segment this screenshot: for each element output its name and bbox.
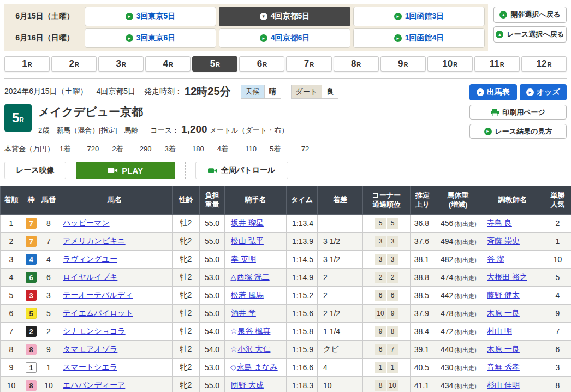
race-tab-8r[interactable]: 8R <box>334 56 379 72</box>
jockey-cell: 松山 弘平 <box>225 233 287 251</box>
trainer-link[interactable]: 木原 一良 <box>487 345 520 353</box>
corner-positions: 66 <box>363 287 411 305</box>
jockey-link[interactable]: 団野 大成 <box>231 381 264 389</box>
jockey-cell: ☆泉谷 楓真 <box>225 323 287 341</box>
last-3f-time: 38.4 <box>411 323 435 341</box>
prize-rank: 5着 <box>270 144 281 154</box>
horse-name-link[interactable]: スマートシエラ <box>63 363 117 371</box>
jockey-link[interactable]: 酒井 学 <box>231 308 256 317</box>
horse-weight: 430 <box>441 363 453 372</box>
race-tab-2r[interactable]: 2R <box>51 56 97 72</box>
meeting-button[interactable]: ▸3回東京6日 <box>85 28 216 48</box>
race-tab-11r[interactable]: 11R <box>474 56 520 72</box>
arrow-up-icon: ▴ <box>499 11 507 19</box>
horse-name-link[interactable]: テイエムパイロット <box>63 308 133 317</box>
race-tab-10r[interactable]: 10R <box>427 56 473 72</box>
meeting-button[interactable]: ▸1回函館3日 <box>353 7 485 26</box>
jockey-link[interactable]: 西塚 洸二 <box>237 272 270 281</box>
horse-name-link[interactable]: エハバンディーア <box>63 381 125 389</box>
trainer-cell: 村山 明 <box>481 323 544 341</box>
back-to-meeting-select-button[interactable]: ▴開催選択へ戻る <box>493 7 567 23</box>
trainer-cell: 藤野 健太 <box>481 287 544 305</box>
horse-name-link[interactable]: テーオーテバルディ <box>63 290 133 299</box>
bracket-cell: 2 <box>22 323 40 341</box>
horse-name-link[interactable]: ラヴィングユー <box>63 254 117 263</box>
corner-position-box: 3 <box>387 254 398 265</box>
race-date: 2024年6月15日（土曜） <box>4 87 88 97</box>
trainer-link[interactable]: 音無 秀孝 <box>487 363 520 371</box>
trainer-link[interactable]: 谷 潔 <box>487 254 504 263</box>
column-header: 馬名 <box>57 186 173 215</box>
race-tab-3r[interactable]: 3R <box>98 56 144 72</box>
column-header: 推定 上り <box>411 186 435 215</box>
odds-button[interactable]: ▸ オッズ <box>520 84 567 100</box>
meeting-button[interactable]: ▸3回東京5日 <box>85 7 216 26</box>
horse-name-link[interactable]: アメリカンビキニ <box>63 236 126 245</box>
column-header: 馬体重 (増減) <box>435 186 481 215</box>
patrol-video-label: 全周パトロール <box>221 165 275 175</box>
finish-time: 1:14.9 <box>287 269 318 287</box>
race-tab-r: R <box>356 61 361 68</box>
trainer-link[interactable]: 大根田 裕之 <box>487 272 527 281</box>
results-guide-button[interactable]: ▸ レース結果の見方 <box>469 124 567 139</box>
finish-position: 9 <box>1 359 22 377</box>
horse-name-link[interactable]: シナモンショコラ <box>63 326 126 335</box>
carried-weight: 55.0 <box>200 215 225 233</box>
print-page-button[interactable]: 印刷用ページ <box>469 105 567 120</box>
column-header: 着順 <box>1 186 22 215</box>
race-tab-12r[interactable]: 12R <box>521 56 567 72</box>
jockey-link[interactable]: 小沢 大仁 <box>238 345 271 353</box>
jockey-link[interactable]: 松若 風馬 <box>231 290 264 299</box>
finish-position: 2 <box>1 233 22 251</box>
result-row: 911スマートシエラ牝253.0◇永島 まなみ1:16.641140.5430(… <box>1 359 571 377</box>
column-header: 負担 重量 <box>200 186 225 215</box>
race-tab-1r[interactable]: 1R <box>4 56 50 72</box>
results-table-head: 着順枠馬番馬名性齢負担 重量騎手名タイム着差コーナー 通過順位推定 上り馬体重 … <box>1 186 571 215</box>
corner-positions: 11 <box>363 359 411 377</box>
horse-name-link[interactable]: タマモアオゾラ <box>63 345 117 353</box>
horse-weight: 440 <box>441 345 453 354</box>
trainer-link[interactable]: 寺島 良 <box>487 218 512 227</box>
back-to-race-select-button[interactable]: ▴レース選択へ戻る <box>493 26 567 43</box>
race-title-block: メイクデビュー京都 2歳 新馬（混合）[指定] 馬齢 コース： 1,200 メー… <box>38 104 288 135</box>
prize-row: 本賞金（万円） 1着7202着2903着1804着1105着72 <box>4 144 469 154</box>
trainer-link[interactable]: 木原 一良 <box>487 308 520 317</box>
jockey-link[interactable]: 泉谷 楓真 <box>238 326 271 335</box>
result-row: 466ロイヤルイブキ牡253.0△西塚 洸二1:14.922238.8474(初… <box>1 269 571 287</box>
horse-name-link[interactable]: ハッピーマン <box>63 218 110 227</box>
corner-position-box: 9 <box>375 326 386 337</box>
entries-button[interactable]: ▸ 出馬表 <box>469 84 517 100</box>
weather-tag: 天候 晴 <box>241 85 281 99</box>
patrol-video-button[interactable]: 全周パトロール <box>195 162 288 179</box>
horse-weight: 472 <box>441 327 453 336</box>
horse-name-cell: ロイヤルイブキ <box>57 269 173 287</box>
sex-age: 牝2 <box>173 377 200 392</box>
sex-age: 牝2 <box>173 287 200 305</box>
jockey-link[interactable]: 坂井 瑠星 <box>231 218 264 227</box>
race-tab-9r[interactable]: 9R <box>380 56 426 72</box>
trainer-link[interactable]: 杉山 佳明 <box>487 381 520 389</box>
trainer-link[interactable]: 斉藤 崇史 <box>487 236 520 245</box>
race-tab-6r[interactable]: 6R <box>239 56 284 72</box>
horse-name-link[interactable]: ロイヤルイブキ <box>63 272 117 281</box>
trainer-link[interactable]: 村山 明 <box>487 326 512 335</box>
trainer-link[interactable]: 藤野 健太 <box>487 290 520 299</box>
jockey-link[interactable]: 永島 まなみ <box>237 363 278 371</box>
bracket-cell: 1 <box>22 359 40 377</box>
race-tab-4r[interactable]: 4R <box>145 56 191 72</box>
track-condition-tag: ダート 良 <box>291 85 339 99</box>
race-tab-7r[interactable]: 7R <box>286 56 331 72</box>
meeting-button[interactable]: ▸1回函館4日 <box>353 28 485 48</box>
horse-weight-note: (初出走) <box>454 311 476 317</box>
meeting-button[interactable]: ▸4回京都6日 <box>219 28 350 48</box>
jockey-link[interactable]: 幸 英明 <box>231 254 256 263</box>
print-page-label: 印刷用ページ <box>502 108 545 117</box>
jockey-link[interactable]: 松山 弘平 <box>231 236 264 245</box>
play-button[interactable]: PLAY <box>76 162 175 179</box>
race-tab-5r[interactable]: 5R <box>192 56 237 72</box>
meeting-button[interactable]: ▾4回京都5日 <box>219 7 350 26</box>
bracket-badge: 8 <box>26 380 37 391</box>
finish-time: 1:13.4 <box>287 215 318 233</box>
video-camera-icon <box>108 167 118 174</box>
horse-weight-cell: 482(初出走) <box>435 251 481 269</box>
